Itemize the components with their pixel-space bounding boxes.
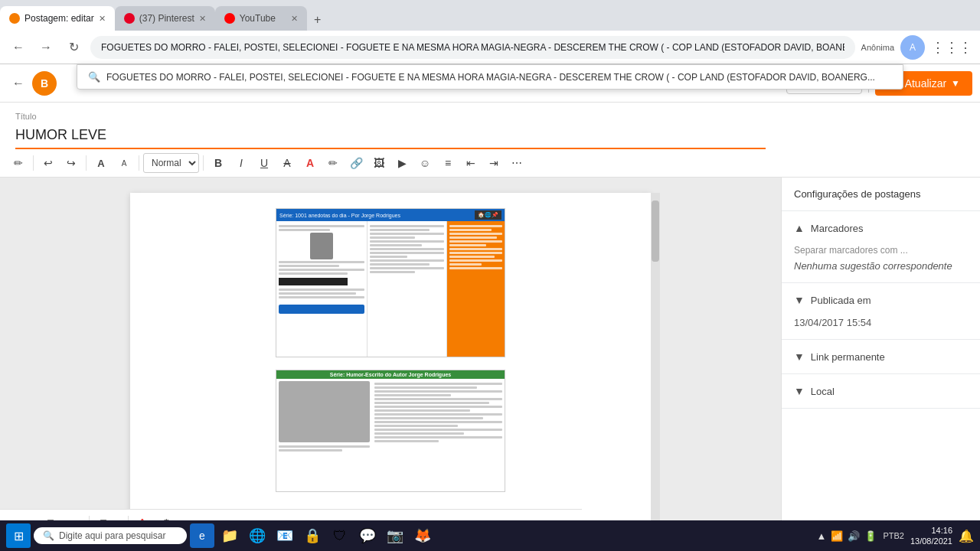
- marcadores-header[interactable]: ▲ Marcadores: [782, 211, 980, 245]
- pencil-edit-button[interactable]: ✏: [8, 152, 29, 174]
- tab-label-3: YouTube: [240, 13, 286, 24]
- emoji-button[interactable]: ☺: [414, 152, 436, 174]
- notification-icon[interactable]: 🔔: [959, 529, 974, 543]
- editor-page[interactable]: Série: 1001 anedotas do dia - Por Jorge …: [130, 193, 651, 530]
- np-line-orange: [449, 263, 481, 266]
- publicada-content: 13/04/2017 15:54: [782, 317, 980, 339]
- bold-button[interactable]: B: [207, 152, 229, 174]
- newspaper-col-mid: [368, 221, 447, 357]
- taskbar-time: 14:16: [910, 525, 952, 536]
- first-image-container[interactable]: Série: 1001 anedotas do dia - Por Jorge …: [145, 208, 635, 357]
- font-color-button[interactable]: A: [299, 152, 321, 174]
- np2-line: [374, 409, 470, 412]
- autocomplete-item[interactable]: 🔍 FOGUETES DO MORRO - FALEI, POSTEI, SEL…: [77, 65, 903, 89]
- redo-button[interactable]: ↪: [60, 152, 82, 174]
- address-input[interactable]: FOGUETES DO MORRO - FALEI, POSTEI, SELEC…: [90, 36, 855, 59]
- taskbar-app6-icon[interactable]: 🦊: [410, 523, 435, 548]
- strikethrough-button[interactable]: A: [276, 152, 298, 174]
- taskbar-app1-icon[interactable]: 📧: [273, 523, 297, 548]
- editor-scrollbar[interactable]: [651, 193, 660, 530]
- link-button[interactable]: 🔗: [345, 152, 367, 174]
- np2-line: [374, 432, 464, 435]
- new-tab-button[interactable]: +: [307, 9, 328, 31]
- font-size-button[interactable]: A: [90, 152, 112, 174]
- np-line-orange: [449, 233, 502, 235]
- np2-line: [374, 394, 451, 396]
- np2-line: [374, 425, 457, 427]
- forward-button[interactable]: →: [35, 37, 57, 58]
- taskbar-app2-icon[interactable]: 🔒: [300, 523, 325, 548]
- grid-icon[interactable]: ⋮⋮⋮: [931, 39, 972, 56]
- np-line-orange: [449, 229, 492, 231]
- publicada-header[interactable]: ▼ Publicada em: [782, 283, 980, 317]
- taskbar: ⊞ 🔍 Digite aqui para pesquisar e 📁 🌐 📧 🔒…: [0, 520, 980, 551]
- indent-right-button[interactable]: ⇥: [483, 152, 505, 174]
- system-tray: ▲ 📶 🔊 🔋: [817, 530, 877, 542]
- second-image-container[interactable]: Série: Humor-Escrito do Autor Jorge Rodr…: [145, 370, 635, 492]
- taskbar-folder-icon[interactable]: 📁: [217, 523, 242, 548]
- font-size-small-button[interactable]: A: [113, 152, 135, 174]
- profile-avatar[interactable]: A: [900, 35, 925, 60]
- tab-label-2: (37) Pinterest: [139, 13, 194, 24]
- undo-button[interactable]: ↩: [38, 152, 59, 174]
- np-line: [370, 248, 444, 250]
- newspaper-title-1: Série: 1001 anedotas do dia - Por Jorge …: [279, 213, 400, 218]
- app5-icon: 📷: [387, 527, 403, 544]
- np-line-orange: [449, 225, 502, 227]
- back-button[interactable]: ←: [8, 37, 29, 58]
- link-header[interactable]: ▼ Link permanente: [782, 340, 980, 373]
- np2-line: [374, 402, 489, 404]
- taskbar-app3-icon[interactable]: 🛡: [328, 523, 352, 548]
- tab-pinterest[interactable]: (37) Pinterest ✕: [115, 6, 215, 31]
- np-line: [370, 267, 444, 269]
- np2-line: [374, 383, 502, 385]
- tab-close-1[interactable]: ✕: [99, 14, 106, 24]
- tab-close-2[interactable]: ✕: [199, 14, 206, 24]
- newspaper2-title: Série: Humor-Escrito do Autor Jorge Rodr…: [330, 372, 451, 377]
- align-button[interactable]: ≡: [437, 152, 459, 174]
- local-title: Local: [811, 386, 968, 397]
- taskbar-app4-icon[interactable]: 💬: [355, 523, 380, 548]
- tab-youtube[interactable]: YouTube ✕: [215, 6, 307, 31]
- sidebar-section-marcadores: ▲ Marcadores Separar marcadores com ... …: [782, 211, 980, 283]
- newspaper2-body: [276, 379, 505, 491]
- taskbar-ie-icon[interactable]: e: [190, 523, 214, 548]
- highlight-button[interactable]: ✏: [322, 152, 344, 174]
- tray-up-icon: ▲: [817, 530, 827, 542]
- np2-line: [374, 398, 502, 400]
- local-header[interactable]: ▼ Local: [782, 374, 980, 408]
- publicada-title: Publicada em: [811, 295, 968, 306]
- editor-images: Série: 1001 anedotas do dia - Por Jorge …: [130, 193, 651, 507]
- taskbar-chrome-icon[interactable]: 🌐: [245, 523, 270, 548]
- indent-left-button[interactable]: ⇤: [460, 152, 482, 174]
- toolbar-divider-1: [33, 155, 34, 171]
- search-icon: 🔍: [88, 71, 100, 83]
- np2-line: [374, 429, 502, 431]
- video-button[interactable]: ▶: [391, 152, 413, 174]
- np-line: [279, 289, 364, 291]
- np-black-bar: [279, 278, 348, 285]
- italic-button[interactable]: I: [230, 152, 252, 174]
- underline-button[interactable]: U: [253, 152, 275, 174]
- np-line: [279, 296, 364, 298]
- blogger-back-button[interactable]: ←: [8, 73, 29, 94]
- chevron-down-icon-link: ▼: [794, 350, 805, 363]
- np-line: [370, 240, 444, 243]
- newspaper-header-1: Série: 1001 anedotas do dia - Por Jorge …: [276, 209, 505, 221]
- taskbar-search-bar[interactable]: 🔍 Digite aqui para pesquisar: [34, 527, 187, 544]
- taskbar-app5-icon[interactable]: 📷: [383, 523, 407, 548]
- app6-icon: 🦊: [414, 527, 431, 544]
- np-line-orange: [449, 259, 502, 262]
- image-button[interactable]: 🖼: [368, 152, 390, 174]
- tab-postagem[interactable]: Postagem: editar ✕: [0, 6, 115, 31]
- taskbar-search-icon: 🔍: [43, 530, 54, 541]
- tab-bar: Postagem: editar ✕ (37) Pinterest ✕ YouT…: [0, 0, 980, 31]
- format-select[interactable]: Normal: [143, 153, 199, 173]
- start-button[interactable]: ⊞: [6, 523, 31, 548]
- reload-button[interactable]: ↻: [63, 37, 84, 58]
- more-button[interactable]: ⋯: [506, 152, 528, 174]
- tab-close-3[interactable]: ✕: [291, 14, 298, 24]
- chrome-icon: 🌐: [249, 527, 266, 544]
- post-title-input[interactable]: HUMOR LEVE: [15, 124, 766, 149]
- newspaper-header-right: 🏠🌐📌: [475, 210, 501, 220]
